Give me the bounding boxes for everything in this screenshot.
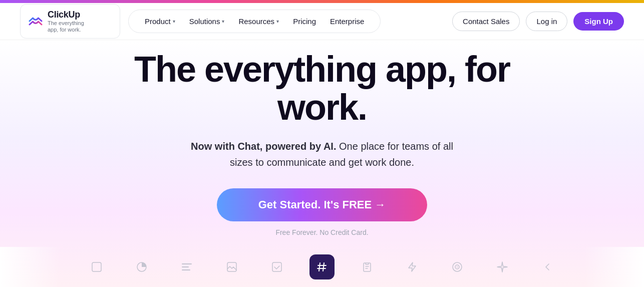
hero-subtitle-bold: Now with Chat, powered by AI. [191, 141, 336, 152]
nav-links: Product ▾ Solutions ▾ Resources ▾ Pricin… [128, 10, 381, 33]
clipboard-icon[interactable] [355, 254, 380, 279]
logo[interactable]: ClickUp The everythingapp, for work. [20, 4, 120, 39]
hero-title: The everything app, for work. [97, 51, 547, 126]
chevron-down-icon: ▾ [222, 19, 224, 24]
nav-item-pricing[interactable]: Pricing [287, 14, 322, 29]
svg-rect-3 [182, 266, 189, 267]
svg-rect-6 [272, 262, 281, 271]
svg-rect-4 [182, 269, 190, 270]
nav-item-enterprise[interactable]: Enterprise [324, 14, 370, 29]
hero-subtitle: Now with Chat, powered by AI. One place … [187, 138, 457, 170]
contact-sales-button[interactable]: Contact Sales [452, 12, 520, 31]
bottom-icon-tray [0, 247, 644, 287]
clickup-logo-icon [29, 15, 43, 29]
cta-subtext: Free Forever. No Credit Card. [275, 228, 368, 236]
list-icon[interactable] [174, 254, 199, 279]
right-fade [584, 247, 644, 287]
chart-icon[interactable] [129, 254, 154, 279]
bolt-icon[interactable] [400, 254, 425, 279]
chevron-down-icon: ▾ [173, 19, 175, 24]
nav-item-resources[interactable]: Resources ▾ [232, 14, 285, 29]
svg-rect-5 [227, 262, 236, 271]
svg-line-7 [319, 263, 320, 271]
logo-text: ClickUp The everythingapp, for work. [48, 10, 84, 33]
navbar: ClickUp The everythingapp, for work. Pro… [0, 3, 644, 40]
svg-rect-2 [182, 263, 192, 264]
nav-item-solutions[interactable]: Solutions ▾ [183, 14, 231, 29]
sparkle-icon[interactable] [490, 254, 515, 279]
chevron-down-icon: ▾ [276, 19, 279, 24]
logo-name: ClickUp [48, 10, 84, 20]
nav-right: Contact Sales Log in Sign Up [452, 12, 624, 31]
unknown-right-icon[interactable] [535, 254, 560, 279]
svg-line-8 [323, 263, 324, 271]
svg-point-16 [457, 266, 458, 267]
unknown-left-icon[interactable] [84, 254, 109, 279]
left-fade [0, 247, 60, 287]
check-icon[interactable] [264, 254, 289, 279]
cta-button[interactable]: Get Started. It's FREE → [217, 188, 427, 221]
image-icon[interactable] [219, 254, 244, 279]
logo-tagline: The everythingapp, for work. [48, 20, 84, 33]
svg-rect-0 [92, 262, 101, 271]
hash-icon[interactable] [309, 254, 335, 279]
target-icon[interactable] [445, 254, 470, 279]
signup-button[interactable]: Sign Up [573, 12, 624, 31]
nav-item-product[interactable]: Product ▾ [139, 14, 181, 29]
login-button[interactable]: Log in [526, 12, 567, 31]
